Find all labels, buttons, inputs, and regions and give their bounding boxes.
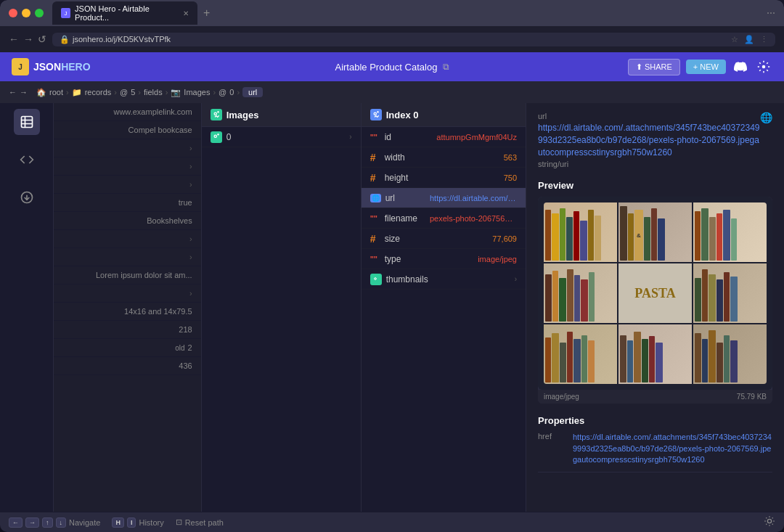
breadcrumb-records[interactable]: 📁 records — [72, 88, 112, 97]
svg-point-11 — [767, 519, 771, 523]
browser-menu-icon[interactable]: ⋯ — [767, 8, 775, 18]
tab-title: JSON Hero - Airtable Product... — [75, 4, 179, 22]
globe-icon[interactable]: 🌐 — [760, 112, 772, 123]
lock-icon: 🔒 — [60, 35, 70, 44]
index0-row-width[interactable]: # width 563 — [362, 147, 526, 168]
teal-icon-thumbnails — [370, 274, 382, 285]
tree-item-13[interactable]: 218 — [54, 321, 201, 339]
minimize-button[interactable] — [22, 9, 30, 17]
more-icon[interactable]: ⋮ — [760, 35, 768, 44]
browser-window: J JSON Hero - Airtable Product... ✕ + ⋯ … — [0, 0, 784, 532]
folder-icon: 📁 — [72, 88, 82, 97]
properties-section: Properties href https://dl.airtable.com/… — [538, 415, 772, 472]
tree-item-6[interactable]: true — [54, 194, 201, 212]
main-layout: www.examplelink.com Compel bookcase › › … — [0, 103, 784, 512]
images-col-title: Images — [226, 110, 259, 120]
tree-item-15[interactable]: 436 — [54, 357, 201, 375]
sidebar-item-table[interactable] — [14, 109, 40, 135]
hash-icon-width: # — [370, 152, 380, 163]
tree-item-12[interactable]: 14x16 and 14x79.5 — [54, 303, 201, 321]
theme-icon[interactable] — [764, 515, 775, 529]
sidebar-item-download[interactable] — [14, 184, 40, 210]
breadcrumb-forward[interactable]: → — [20, 88, 28, 97]
tab-close-button[interactable]: ✕ — [183, 9, 189, 17]
tree-item-7[interactable]: Bookshelves — [54, 212, 201, 230]
svg-point-9 — [374, 112, 376, 115]
index0-row-thumbnails[interactable]: thumbnails › — [362, 269, 526, 290]
tree-item-3[interactable]: › — [54, 139, 201, 157]
images-row-icon — [211, 131, 222, 143]
index0-row-url[interactable]: 🌐 url https://dl.airtable.com/.attach... — [362, 188, 526, 208]
history-keys: H I History — [112, 517, 163, 528]
images-row-0[interactable]: 0 › — [202, 127, 361, 147]
key-right: → — [25, 517, 39, 528]
tree-item-8[interactable]: › — [54, 230, 201, 248]
tree-item-5[interactable]: › — [54, 176, 201, 194]
forward-button[interactable]: → — [23, 33, 33, 45]
url-value: https://dl.airtable.com/.attachments/345… — [538, 122, 760, 158]
breadcrumb-5[interactable]: @ 5 — [120, 88, 135, 97]
row-val-height: 750 — [504, 173, 517, 182]
key-left: ← — [9, 517, 23, 528]
address-bar[interactable]: 🔒 jsonhero.io/j/KD5KVstvTPfk ☆ 👤 ⋮ — [52, 33, 775, 46]
tree-item-4[interactable]: › — [54, 157, 201, 176]
new-button[interactable]: + NEW — [686, 60, 726, 74]
navigate-keys: ← → ↑ ↓ Navigate — [9, 517, 100, 528]
breadcrumb-images[interactable]: 📷 Images — [171, 88, 210, 97]
shelf-cell-4 — [544, 263, 617, 323]
sidebar-item-code[interactable] — [14, 147, 40, 173]
url-section: url https://dl.airtable.com/.attachments… — [538, 112, 772, 168]
row-key-width: width — [385, 152, 504, 163]
active-tab[interactable]: J JSON Hero - Airtable Product... ✕ — [52, 1, 197, 25]
breadcrumb-fields[interactable]: fields — [144, 88, 163, 97]
breadcrumb-sep-2: › — [114, 88, 117, 97]
shelf-cell-7 — [544, 324, 617, 384]
index0-row-type[interactable]: "" type image/jpeg — [362, 249, 526, 269]
tree-item-11[interactable]: › — [54, 285, 201, 303]
row-val-type: image/jpeg — [478, 255, 517, 263]
shelf-cell-9 — [693, 324, 767, 384]
index0-row-id[interactable]: "" id attumnpGmMgmf04Uz — [362, 127, 526, 147]
traffic-lights — [9, 9, 44, 17]
row-key-filename: filename — [385, 213, 430, 224]
shelf-cell-3 — [693, 202, 767, 262]
bookmark-icon[interactable]: ☆ — [731, 35, 738, 44]
settings-icon[interactable] — [755, 58, 772, 75]
maximize-button[interactable] — [35, 9, 44, 17]
index0-row-size[interactable]: # size 77,609 — [362, 229, 526, 249]
shelf-cell-5: PASTA — [618, 263, 692, 323]
tree-item-9[interactable]: › — [54, 248, 201, 266]
breadcrumb-nav: ← → — [9, 88, 28, 97]
svg-point-7 — [214, 112, 216, 115]
close-button[interactable] — [9, 9, 17, 17]
breadcrumb-0[interactable]: @ 0 — [219, 88, 234, 97]
history-label: History — [139, 518, 163, 527]
breadcrumb-url[interactable]: url — [242, 87, 263, 97]
reset-icon: ⊡ — [176, 517, 182, 527]
external-link-icon[interactable]: ⧉ — [443, 62, 449, 72]
discord-icon[interactable] — [732, 58, 749, 75]
reset-path-button[interactable]: ⊡ Reset path — [176, 517, 224, 527]
key-down: ↓ — [56, 517, 67, 528]
index0-row-filename[interactable]: "" filename pexels-photo-2067569.jpeg?..… — [362, 208, 526, 229]
row-val-size: 77,609 — [492, 234, 517, 243]
row-val-filename: pexels-photo-2067569.jpeg?... — [430, 214, 517, 223]
index0-col-header: Index 0 — [362, 103, 526, 127]
row-key-type: type — [385, 254, 478, 264]
shelf-cell-6 — [693, 263, 767, 323]
breadcrumb-back[interactable]: ← — [9, 88, 17, 97]
back-button[interactable]: ← — [9, 33, 19, 45]
share-button[interactable]: ⬆ SHARE — [628, 59, 680, 75]
index0-col-title: Index 0 — [386, 110, 419, 120]
breadcrumb-root[interactable]: 🏠 root — [36, 88, 63, 97]
tree-item-2[interactable]: Compel bookcase — [54, 121, 201, 139]
refresh-button[interactable]: ↺ — [38, 33, 46, 45]
tree-item-1[interactable]: www.examplelink.com — [54, 103, 201, 121]
prop-key-href: href — [538, 432, 567, 465]
user-icon[interactable]: 👤 — [744, 35, 754, 44]
tree-item-14[interactable]: old 2 — [54, 339, 201, 357]
new-tab-button[interactable]: + — [200, 7, 213, 20]
tree-item-10[interactable]: Lorem ipsum dolor sit am... — [54, 266, 201, 285]
index0-column: Index 0 "" id attumnpGmMgmf04Uz # width … — [362, 103, 526, 512]
index0-row-height[interactable]: # height 750 — [362, 168, 526, 188]
